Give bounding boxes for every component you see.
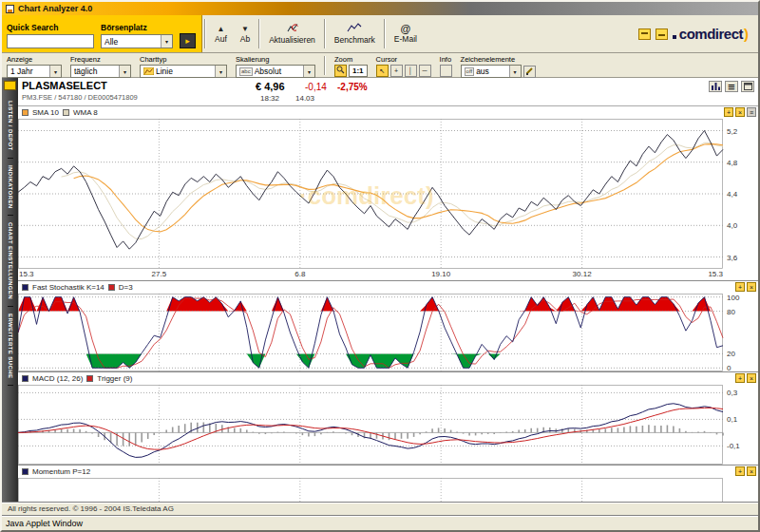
main-toolbar: Quick Search Börsenplatz Alle ▾ ▸ ▲ Auf … xyxy=(2,15,758,53)
stochastic-d-swatch xyxy=(108,284,115,291)
sidebar-item-chart-einstellungen[interactable]: CHART EINSTELLUNGEN xyxy=(8,216,13,307)
draw-pencil-button[interactable] xyxy=(523,66,536,78)
refresh-button[interactable]: Aktualisieren xyxy=(262,15,322,52)
stochastic-legend: Fast Stochastik K=14 D=3 + × xyxy=(18,281,758,294)
panel-close-button[interactable]: × xyxy=(747,373,756,383)
search-group: Quick Search Börsenplatz Alle ▾ ▸ xyxy=(2,15,202,52)
toolbar-separator xyxy=(204,19,206,48)
sidebar-item-indikatoren[interactable]: INDIKATOREN xyxy=(8,159,13,217)
up-arrow-icon: ▲ xyxy=(217,25,224,33)
panel-settings-button[interactable]: + xyxy=(724,107,733,117)
chart-svg: 5,24,84,44,03,6 xyxy=(18,119,758,269)
abc-icon: abc xyxy=(239,67,253,76)
panel-close-button[interactable]: × xyxy=(747,466,756,476)
frequenz-label: Frequenz xyxy=(70,55,131,64)
macd-plot[interactable]: 0,30,1-0,1 xyxy=(18,385,758,465)
logo-paren-icon: ) xyxy=(744,26,749,42)
panel-close-button[interactable]: × xyxy=(735,107,745,117)
instrument-header: PLASMASELECT PM3.FSE / 547180 / DE000547… xyxy=(18,78,758,106)
svg-text:0,1: 0,1 xyxy=(727,415,738,424)
x-axis: 15.327.56.819.1030.1215.3 xyxy=(18,269,758,280)
instrument-code: PM3.FSE / 547180 / DE0005471809 xyxy=(22,93,754,102)
momentum-legend: Momentum P=12 + × xyxy=(18,466,758,478)
chart-analyzer-window: Chart Analyzer 4.0 Quick Search Börsenpl… xyxy=(0,0,760,532)
svg-text:80: 80 xyxy=(727,308,735,316)
info-label: Info xyxy=(440,55,452,64)
svg-text:4,4: 4,4 xyxy=(727,190,738,199)
panel-settings-button[interactable]: + xyxy=(735,282,745,292)
panel-settings-button[interactable]: + xyxy=(735,373,745,383)
cursor-cross-button[interactable]: + xyxy=(390,65,403,77)
stochastic-plot[interactable]: 10080200 xyxy=(18,294,758,371)
logo-dot-icon xyxy=(673,35,676,39)
bar-chart-icon[interactable] xyxy=(709,81,722,92)
quick-search-input[interactable] xyxy=(7,34,94,48)
app-icon xyxy=(6,5,14,13)
svg-text:4,0: 4,0 xyxy=(727,221,738,230)
content-area: LISTEN / DEPOT INDIKATOREN CHART EINSTEL… xyxy=(2,78,758,502)
cursor-hline-button[interactable]: ─ xyxy=(419,65,431,77)
anzeige-select[interactable]: 1 Jahr ▾ xyxy=(7,65,62,78)
skalierung-select[interactable]: abc Absolut ▾ xyxy=(236,65,315,78)
instrument-time: 18:32 xyxy=(260,94,279,103)
toolbar-separator xyxy=(384,19,386,48)
zoom-label: Zoom xyxy=(334,55,368,64)
toolbar-separator xyxy=(258,19,260,48)
up-button[interactable]: ▲ Auf xyxy=(208,15,234,52)
detach-window-icon[interactable] xyxy=(741,81,754,92)
toolbar-separator xyxy=(324,56,326,75)
instrument-change: -0,14 xyxy=(305,82,327,92)
sidebar-item-listen-depot[interactable]: LISTEN / DEPOT xyxy=(8,94,13,159)
titlebar[interactable]: Chart Analyzer 4.0 xyxy=(2,2,758,15)
svg-text:0,3: 0,3 xyxy=(727,389,738,397)
export-icon[interactable] xyxy=(656,28,668,40)
dropdown-arrow-icon[interactable]: ▾ xyxy=(215,66,226,77)
dropdown-arrow-icon[interactable]: ▾ xyxy=(509,66,521,77)
search-go-button[interactable]: ▸ xyxy=(180,33,196,48)
down-button[interactable]: ▼ Ab xyxy=(234,15,256,52)
svg-text:3,6: 3,6 xyxy=(727,254,738,262)
sidebar-item-erweiterte-suche[interactable]: ERWEITERTE SUCHE xyxy=(8,307,13,386)
logo-group: comdirect ) xyxy=(638,15,758,52)
instrument-name: PLASMASELECT xyxy=(22,80,754,91)
dropdown-arrow-icon[interactable]: ▾ xyxy=(49,66,61,77)
chart-svg: 0,30,1-0,1 xyxy=(18,385,758,465)
quick-search-label: Quick Search xyxy=(7,23,94,32)
panel-menu-button[interactable]: ≡ xyxy=(747,107,756,117)
charttyp-label: Charttyp xyxy=(140,55,227,64)
info-toggle[interactable] xyxy=(440,65,452,77)
dropdown-arrow-icon[interactable]: ▾ xyxy=(161,35,172,48)
macd-panel: MACD (12, 26) Trigger (9) + × 0,30,1-0,1 xyxy=(18,371,758,465)
copyright-text: All rights reserved. © 1996 - 2004 IS.Te… xyxy=(8,504,174,513)
grid-view-icon[interactable]: ≡ xyxy=(725,81,738,92)
print-icon[interactable] xyxy=(638,28,651,40)
zeichenelemente-select[interactable]: off aus ▾ xyxy=(461,65,522,78)
zoom-magnifier-button[interactable] xyxy=(334,65,347,77)
benchmark-button[interactable]: Benchmark xyxy=(328,15,382,52)
price-plot[interactable]: ·comdirect) 5,24,84,44,03,6 xyxy=(18,119,758,269)
dropdown-arrow-icon[interactable]: ▾ xyxy=(119,66,130,77)
cursor-label: Cursor xyxy=(376,55,431,64)
momentum-plot[interactable] xyxy=(18,478,758,502)
x-axis-label: 30.12 xyxy=(573,270,592,278)
trigger-swatch xyxy=(86,375,93,382)
instrument-price: € 4,96 xyxy=(256,81,285,92)
stochastic-k-swatch xyxy=(22,284,28,291)
panel-close-button[interactable]: × xyxy=(747,282,756,292)
email-button[interactable]: @ E-Mail xyxy=(388,15,424,52)
cursor-pointer-button[interactable]: ↖ xyxy=(376,65,389,77)
cursor-vline-button[interactable]: │ xyxy=(405,65,417,77)
panel-settings-button[interactable]: + xyxy=(735,466,745,476)
svg-text:100: 100 xyxy=(727,294,740,302)
x-axis-label: 6.8 xyxy=(294,270,305,278)
wma-legend-label: WMA 8 xyxy=(73,108,98,117)
frequenz-select[interactable]: täglich ▾ xyxy=(70,65,131,78)
macd-legend: MACD (12, 26) Trigger (9) + × xyxy=(18,372,758,385)
off-badge: off xyxy=(465,67,475,76)
dropdown-arrow-icon[interactable]: ▾ xyxy=(303,66,314,77)
folder-icon[interactable] xyxy=(4,81,16,90)
boersenplatz-select[interactable]: Alle ▾ xyxy=(101,34,173,48)
charttyp-select[interactable]: Linie ▾ xyxy=(140,65,227,78)
chart-svg xyxy=(18,478,758,502)
sma-swatch xyxy=(22,109,28,116)
